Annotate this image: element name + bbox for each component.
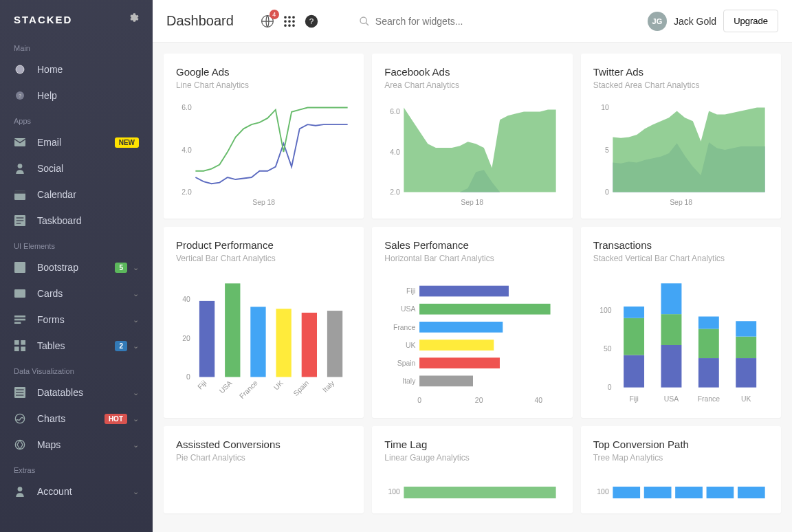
svg-text:?: ? xyxy=(309,16,314,25)
sidebar-item-charts[interactable]: Charts HOT ⌄ xyxy=(0,406,153,432)
svg-text:USA: USA xyxy=(663,396,678,403)
svg-rect-15 xyxy=(14,322,21,324)
sidebar-item-taskboard[interactable]: Taskboard xyxy=(0,208,153,234)
search-input[interactable] xyxy=(375,16,554,27)
brand-logo[interactable]: STACKED xyxy=(14,14,72,25)
sidebar-item-help[interactable]: ? Help xyxy=(0,82,153,109)
sidebar-item-label: Datatables xyxy=(37,387,127,398)
chevron-down-icon: ⌄ xyxy=(133,315,139,324)
svg-text:Italy: Italy xyxy=(321,379,336,394)
chevron-down-icon: ⌄ xyxy=(133,289,139,298)
svg-text:4.0: 4.0 xyxy=(390,148,401,156)
sidebar-item-maps[interactable]: Maps ⌄ xyxy=(0,432,153,458)
apps-grid-icon[interactable] xyxy=(282,14,297,29)
chart-icon xyxy=(14,412,26,425)
main: Dashboard 4 ? JG Jack Gold Upgrade xyxy=(153,0,792,532)
card-product-performance: Product Performance Vertical Bar Chart A… xyxy=(164,227,364,418)
card-title: Google Ads xyxy=(176,66,351,78)
sidebar-item-forms[interactable]: Forms ⌄ xyxy=(0,307,153,333)
upgrade-button[interactable]: Upgrade xyxy=(723,10,778,32)
card-title: Assissted Conversions xyxy=(176,439,351,450)
svg-rect-99 xyxy=(736,322,756,337)
svg-text:Spain: Spain xyxy=(397,359,416,367)
svg-rect-57 xyxy=(225,284,240,377)
card-title: Facebook Ads xyxy=(384,66,560,78)
user-name[interactable]: Jack Gold xyxy=(674,16,716,27)
chart-product: 02040FijiUSAFranceUKSpainItaly xyxy=(176,276,351,408)
svg-text:20: 20 xyxy=(475,397,483,405)
card-google-ads: Google Ads Line Chart Analytics 2.04.06.… xyxy=(164,54,364,219)
search-icon xyxy=(359,16,370,27)
chart-trans: 050100FijiUSAFranceUK xyxy=(593,276,769,408)
chevron-down-icon: ⌄ xyxy=(133,263,139,272)
sidebar-item-tables[interactable]: Tables 2 ⌄ xyxy=(0,333,153,359)
svg-rect-18 xyxy=(14,346,19,351)
sidebar-item-label: Home xyxy=(37,64,139,75)
chart-topconv: 100 xyxy=(593,475,769,504)
svg-rect-97 xyxy=(736,358,756,388)
card-subtitle: Tree Map Analytics xyxy=(593,453,769,463)
svg-rect-11 xyxy=(14,262,25,273)
notification-badge: 4 xyxy=(270,10,279,19)
card-title: Product Performance xyxy=(176,239,351,251)
svg-text:2.0: 2.0 xyxy=(182,188,192,196)
chevron-down-icon: ⌄ xyxy=(133,441,139,450)
svg-text:40: 40 xyxy=(182,296,190,303)
svg-text:100: 100 xyxy=(597,489,609,496)
svg-text:100: 100 xyxy=(388,489,401,496)
svg-rect-107 xyxy=(706,487,734,498)
globe-icon[interactable]: 4 xyxy=(260,14,275,29)
svg-rect-55 xyxy=(199,301,214,377)
page-title: Dashboard xyxy=(166,13,234,29)
card-top-conversion-path: Top Conversion Path Tree Map Analytics 1… xyxy=(581,426,781,513)
gear-icon[interactable] xyxy=(128,12,139,26)
svg-text:UK: UK xyxy=(272,379,285,392)
svg-rect-77 xyxy=(419,376,473,387)
svg-text:USA: USA xyxy=(401,306,415,313)
chart-google: 2.04.06.0Sep 18 xyxy=(176,102,351,209)
svg-rect-23 xyxy=(16,395,23,395)
sidebar-item-datatables[interactable]: Datatables ⌄ xyxy=(0,379,153,406)
svg-rect-65 xyxy=(327,311,342,377)
email-icon xyxy=(14,136,26,148)
sidebar-item-calendar[interactable]: Calendar xyxy=(0,181,153,208)
svg-point-31 xyxy=(284,20,287,23)
svg-text:France: France xyxy=(697,396,720,403)
sidebar-item-label: Tables xyxy=(37,340,111,351)
chart-facebook: 2.04.06.0Sep 18 xyxy=(384,102,560,209)
help-icon: ? xyxy=(14,89,26,102)
sidebar-item-social[interactable]: Social xyxy=(0,155,153,181)
svg-rect-22 xyxy=(16,392,23,392)
chevron-down-icon: ⌄ xyxy=(133,388,139,397)
cards-icon xyxy=(14,287,26,300)
sidebar-item-account[interactable]: Account ⌄ xyxy=(0,478,153,505)
svg-text:Fiji: Fiji xyxy=(196,379,208,391)
sidebar-item-home[interactable]: Home xyxy=(0,56,153,82)
topbar: Dashboard 4 ? JG Jack Gold Upgrade xyxy=(153,0,792,43)
svg-point-35 xyxy=(288,24,291,27)
sidebar-item-label: Email xyxy=(37,137,111,148)
search-wrap[interactable] xyxy=(359,16,635,27)
layers-icon xyxy=(14,261,26,274)
svg-rect-67 xyxy=(419,286,509,297)
svg-rect-59 xyxy=(250,307,265,377)
svg-text:Spain: Spain xyxy=(292,379,311,398)
card-sales-performance: Sales Perfomance Horizontal Bar Chart An… xyxy=(372,227,572,418)
sidebar-item-email[interactable]: Email NEW xyxy=(0,129,153,155)
svg-text:0: 0 xyxy=(186,374,190,381)
svg-text:2.0: 2.0 xyxy=(390,188,401,196)
svg-point-30 xyxy=(292,16,295,19)
calendar-icon xyxy=(14,188,26,201)
svg-point-33 xyxy=(292,20,295,23)
taskboard-icon xyxy=(14,214,26,227)
sidebar-item-bootstrap[interactable]: Bootstrap 5 ⌄ xyxy=(0,254,153,280)
svg-rect-93 xyxy=(698,358,719,388)
svg-text:0: 0 xyxy=(605,188,609,196)
svg-point-4 xyxy=(18,164,23,168)
card-transactions: Transactions Stacked Vertical Bar Chart … xyxy=(581,227,781,418)
help-circle-icon[interactable]: ? xyxy=(304,14,319,29)
badge-count: 5 xyxy=(115,263,127,273)
sidebar-item-cards[interactable]: Cards ⌄ xyxy=(0,280,153,307)
avatar[interactable]: JG xyxy=(648,12,667,31)
svg-rect-13 xyxy=(14,315,25,318)
